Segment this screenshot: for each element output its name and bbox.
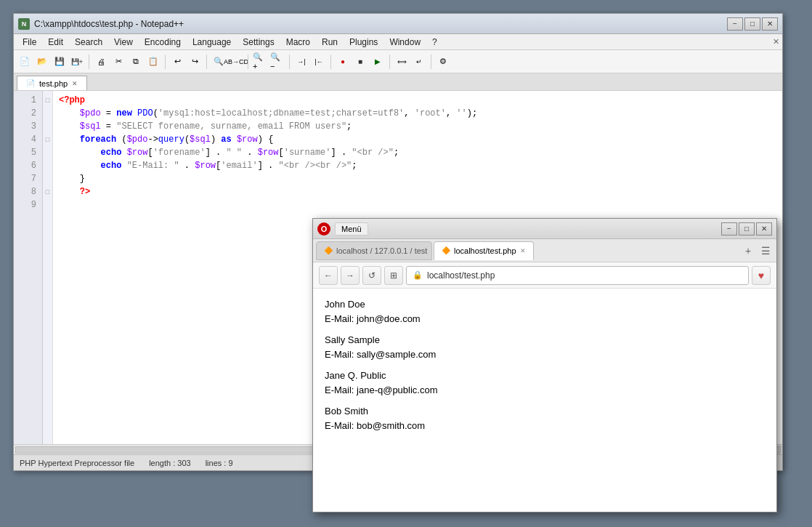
opera-menu-button[interactable]: Menü xyxy=(335,222,368,236)
tb-wrap[interactable]: ↵ xyxy=(411,54,427,70)
menu-run[interactable]: Run xyxy=(316,36,344,49)
code-line-4: foreach ($pdo->query($sql) as $row) { xyxy=(59,133,776,146)
browser-spacer-2 xyxy=(325,361,765,369)
npp-window-controls: − □ ✕ xyxy=(727,17,778,31)
opera-new-tab-button[interactable]: + xyxy=(739,242,757,260)
tb-separator-2 xyxy=(165,55,166,69)
tb-print[interactable]: 🖨 xyxy=(93,54,109,70)
opera-tab-2-label: localhost/test.php xyxy=(454,246,516,255)
npp-minimize-button[interactable]: − xyxy=(727,17,743,31)
browser-entry-1: John Doe E-Mail: john@doe.com xyxy=(325,297,765,326)
fold-5 xyxy=(44,146,52,159)
opera-tab-2-close[interactable]: ✕ xyxy=(520,247,526,254)
menu-window[interactable]: Window xyxy=(383,36,426,49)
tb-open[interactable]: 📂 xyxy=(34,54,50,70)
tb-replace[interactable]: AB→CD xyxy=(228,54,244,70)
browser-entry-3: Jane Q. Public E-Mail: jane-q@public.com xyxy=(325,369,765,397)
tb-copy[interactable]: ⧉ xyxy=(128,54,144,70)
tb-zoom-in[interactable]: 🔍+ xyxy=(252,54,268,70)
npp-status-length: length : 303 xyxy=(149,459,191,467)
tb-record-macro[interactable]: ● xyxy=(335,54,351,70)
npp-titlebar: N C:\xampp\htdocs\test.php - Notepad++ −… xyxy=(14,14,782,34)
tb-separator-5 xyxy=(289,55,290,69)
fold-1[interactable]: □ xyxy=(44,94,52,107)
opera-window: O Menü − □ ✕ 🔶 localhost / 127.0.0.1 / t… xyxy=(312,218,777,512)
tb-new[interactable]: 📄 xyxy=(17,54,33,70)
tb-separator-4 xyxy=(248,55,248,69)
fold-4[interactable]: □ xyxy=(44,133,52,146)
browser-name-4: Bob Smith xyxy=(325,404,765,419)
browser-spacer-3 xyxy=(325,397,765,404)
tb-undo[interactable]: ↩ xyxy=(169,54,185,70)
tb-save[interactable]: 💾 xyxy=(52,54,68,70)
tb-unindent[interactable]: |← xyxy=(311,54,327,70)
npp-fold-column: □ □ □ xyxy=(43,91,53,444)
opera-pages-button[interactable]: ⊞ xyxy=(384,266,403,285)
opera-tab-1-close[interactable]: ✕ xyxy=(431,247,432,254)
tb-settings[interactable]: ⚙ xyxy=(435,54,451,70)
opera-favorite-button[interactable]: ♥ xyxy=(752,266,771,285)
opera-content-area: John Doe E-Mail: john@doe.com Sally Samp… xyxy=(313,289,776,512)
opera-forward-button[interactable]: → xyxy=(341,266,360,285)
npp-app-icon: N xyxy=(18,18,30,30)
npp-tabbar: 📄 test.php ✕ xyxy=(14,73,782,91)
code-line-9 xyxy=(59,198,776,212)
opera-tab-menu-button[interactable]: ☰ xyxy=(758,245,774,257)
menu-search[interactable]: Search xyxy=(69,36,108,49)
browser-email-4: E-Mail: bob@smith.com xyxy=(325,419,765,433)
menu-file[interactable]: File xyxy=(17,36,42,49)
tb-separator-1 xyxy=(89,55,89,69)
code-line-3: $sql = "SELECT forename, surname, email … xyxy=(59,120,776,133)
fold-8[interactable]: □ xyxy=(44,185,52,198)
menu-language[interactable]: Language xyxy=(187,36,237,49)
menu-help[interactable]: ? xyxy=(426,36,443,49)
menu-view[interactable]: View xyxy=(108,36,139,49)
browser-spacer-1 xyxy=(325,326,765,333)
tb-stop-macro[interactable]: ■ xyxy=(352,54,368,70)
npp-tab-testphp[interactable]: 📄 test.php ✕ xyxy=(17,76,87,90)
opera-url-security-icon: 🔒 xyxy=(413,270,423,280)
tb-separator-3 xyxy=(206,55,207,69)
browser-entry-4: Bob Smith E-Mail: bob@smith.com xyxy=(325,404,765,433)
tb-indent[interactable]: →| xyxy=(293,54,309,70)
opera-url-bar[interactable]: 🔒 localhost/test.php xyxy=(406,266,749,285)
browser-name-3: Jane Q. Public xyxy=(325,369,765,383)
npp-status-lines: lines : 9 xyxy=(206,459,233,467)
opera-back-button[interactable]: ← xyxy=(319,266,338,285)
browser-name-2: Sally Sample xyxy=(325,333,765,347)
npp-tab-close[interactable]: ✕ xyxy=(72,80,78,87)
menu-settings[interactable]: Settings xyxy=(237,36,280,49)
code-line-6: echo "E-Mail: " . $row['email'] . "<br /… xyxy=(59,159,776,172)
tb-separator-6 xyxy=(330,55,331,69)
tb-paste[interactable]: 📋 xyxy=(145,54,161,70)
code-line-5: echo $row['forename'] . " " . $row['surn… xyxy=(59,146,776,159)
tb-cut[interactable]: ✂ xyxy=(110,54,126,70)
fold-3 xyxy=(44,120,52,133)
opera-minimize-button[interactable]: − xyxy=(721,222,737,236)
opera-close-button[interactable]: ✕ xyxy=(756,222,772,236)
browser-entry-2: Sally Sample E-Mail: sally@sample.com xyxy=(325,333,765,361)
opera-tab-phpmyadmin[interactable]: 🔶 localhost / 127.0.0.1 / test ✕ xyxy=(316,241,432,260)
opera-addressbar: ← → ↺ ⊞ 🔒 localhost/test.php ♥ xyxy=(313,262,776,289)
tb-redo[interactable]: ↪ xyxy=(187,54,203,70)
tb-sync-scroll[interactable]: ⟺ xyxy=(394,54,410,70)
opera-tab-testphp[interactable]: 🔶 localhost/test.php ✕ xyxy=(434,241,534,260)
opera-restore-button[interactable]: □ xyxy=(739,222,755,236)
menu-encoding[interactable]: Encoding xyxy=(139,36,187,49)
menu-edit[interactable]: Edit xyxy=(42,36,69,49)
npp-close-button[interactable]: ✕ xyxy=(762,17,778,31)
browser-name-1: John Doe xyxy=(325,297,765,312)
menu-plugins[interactable]: Plugins xyxy=(344,36,383,49)
code-line-7: } xyxy=(59,172,776,185)
menu-macro[interactable]: Macro xyxy=(280,36,316,49)
npp-status-filetype: PHP Hypertext Preprocessor file xyxy=(20,459,134,467)
tb-play-macro[interactable]: ▶ xyxy=(370,54,386,70)
opera-reload-button[interactable]: ↺ xyxy=(362,266,381,285)
tb-zoom-out[interactable]: 🔍− xyxy=(269,54,285,70)
fold-7 xyxy=(44,172,52,185)
tb-save-all[interactable]: 💾+ xyxy=(69,54,85,70)
code-line-1: <?php xyxy=(59,94,776,107)
browser-email-2: E-Mail: sally@sample.com xyxy=(325,347,765,362)
npp-restore-button[interactable]: □ xyxy=(744,17,760,31)
npp-close-x[interactable]: ✕ xyxy=(773,37,779,47)
